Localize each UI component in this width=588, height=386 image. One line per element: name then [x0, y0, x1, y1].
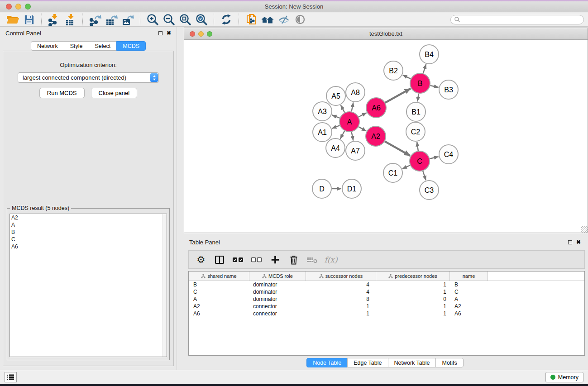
- result-scrollbar[interactable]: [163, 214, 167, 357]
- graph-node-label: A8: [351, 89, 360, 96]
- graph-edge-a-a4[interactable]: [340, 131, 344, 138]
- toolbar-separator: [239, 14, 239, 25]
- eye-icon: [294, 13, 306, 26]
- tab-style[interactable]: Style: [64, 41, 89, 51]
- deselect-all-button[interactable]: [251, 253, 263, 266]
- column-header-mcds-role[interactable]: MCDS role: [249, 272, 306, 281]
- table-header-row: shared nameMCDS rolesuccessor nodesprede…: [189, 272, 584, 281]
- show-columns-button[interactable]: [214, 253, 225, 266]
- save-floppy-icon: [23, 14, 35, 26]
- duplicate-network-button[interactable]: [243, 13, 259, 26]
- graph-edge-c-c1[interactable]: [402, 165, 410, 168]
- resize-grip[interactable]: [581, 226, 588, 233]
- graph-node-label: A: [347, 118, 352, 126]
- close-panel-button[interactable]: Close panel: [91, 88, 138, 98]
- tab-motifs[interactable]: Motifs: [435, 358, 463, 367]
- column-header-predecessor-nodes[interactable]: predecessor nodes: [376, 272, 450, 281]
- table-row-a6[interactable]: A6connector11A6: [189, 310, 584, 317]
- hide-selected-button[interactable]: [276, 13, 292, 26]
- result-item-b[interactable]: B: [10, 229, 167, 236]
- save-session-button[interactable]: [21, 13, 37, 26]
- graph-edge-a-a2[interactable]: [359, 127, 366, 131]
- result-item-a[interactable]: A: [10, 221, 167, 229]
- graph-edge-a-a7[interactable]: [352, 132, 354, 141]
- export-network-button[interactable]: [87, 13, 103, 26]
- tab-node-table[interactable]: Node Table: [306, 358, 348, 367]
- zoom-selected-button[interactable]: [193, 13, 210, 26]
- cell: 4: [306, 289, 376, 295]
- graph-edge-a-a3[interactable]: [332, 115, 339, 118]
- graph-edge-a-a8[interactable]: [352, 103, 354, 112]
- close-panel-icon[interactable]: ✖: [167, 30, 171, 36]
- first-neighbors-button[interactable]: [259, 13, 276, 26]
- tab-network[interactable]: Network: [31, 41, 64, 51]
- import-network-button[interactable]: [46, 13, 62, 26]
- apply-layout-button[interactable]: [218, 13, 234, 26]
- result-item-a2[interactable]: A2: [10, 214, 167, 221]
- toolbar-separator: [41, 14, 42, 25]
- graph-edge-a-a6[interactable]: [359, 113, 366, 117]
- graph-node-label: A3: [318, 108, 327, 115]
- export-image-button[interactable]: [120, 13, 136, 26]
- tab-edge-table[interactable]: Edge Table: [347, 358, 388, 367]
- cell: A2: [450, 303, 488, 310]
- cell: C: [189, 289, 249, 295]
- close-table-panel-icon[interactable]: ✖: [576, 239, 581, 245]
- cell: A6: [189, 310, 249, 317]
- table-row-c[interactable]: Cdominator41C: [189, 288, 584, 295]
- zoom-out-icon: [163, 13, 175, 26]
- import-table-icon: [64, 13, 76, 26]
- criterion-dropdown[interactable]: largest connected component (directed): [18, 72, 159, 83]
- graph-edge-b-b2[interactable]: [403, 75, 411, 79]
- graph-edge-c-c2[interactable]: [417, 142, 418, 151]
- attribute-icon: [388, 274, 393, 278]
- graph-edge-a-a1[interactable]: [332, 125, 339, 129]
- table-row-b[interactable]: Bdominator41B: [189, 281, 584, 288]
- zoom-fit-button[interactable]: [177, 13, 193, 26]
- add-column-button[interactable]: [269, 253, 281, 266]
- network-canvas[interactable]: B4B2BB3A8A5A6A3B1AC2A1A2A4A7C4CC1DD1C3: [184, 40, 588, 233]
- zoom-out-button[interactable]: [161, 13, 177, 26]
- graph-edge-a6-b[interactable]: [385, 89, 411, 103]
- column-header-shared-name[interactable]: shared name: [189, 272, 249, 281]
- table-row-a2[interactable]: A2connector11A2: [189, 303, 584, 310]
- cell: A6: [450, 310, 488, 317]
- float-table-panel-icon[interactable]: [568, 240, 572, 244]
- graph-edge-b-b4[interactable]: [423, 64, 426, 73]
- tab-network-table[interactable]: Network Table: [388, 358, 436, 367]
- column-header-name[interactable]: name: [450, 272, 488, 281]
- search-input[interactable]: [460, 16, 583, 23]
- column-header-successor-nodes[interactable]: successor nodes: [306, 272, 376, 281]
- table-body: Bdominator41BCdominator41CAdominator80AA…: [189, 281, 584, 317]
- tab-mcds[interactable]: MCDS: [116, 41, 146, 51]
- graph-edge-a2-c[interactable]: [385, 141, 410, 156]
- graph-edge-c-c4[interactable]: [430, 157, 438, 159]
- float-panel-icon[interactable]: [158, 31, 163, 35]
- graph-edge-a-a5[interactable]: [341, 105, 345, 112]
- graph-node-label: A5: [331, 92, 340, 100]
- delete-columns-button[interactable]: [288, 253, 300, 266]
- application-window: Session: New Session: [0, 0, 588, 386]
- zoom-in-button[interactable]: [144, 13, 161, 26]
- graph-edge-c-c3[interactable]: [423, 171, 426, 180]
- cell: 1: [376, 310, 450, 317]
- result-item-a6[interactable]: A6: [10, 243, 167, 250]
- graph-node-label: A2: [371, 133, 380, 140]
- show-all-button[interactable]: [292, 13, 308, 26]
- table-row-a[interactable]: Adominator80A: [189, 295, 584, 303]
- table-options-button[interactable]: ⚙: [195, 253, 207, 266]
- duplicate-network-icon: [245, 13, 258, 26]
- run-mcds-button[interactable]: Run MCDS: [39, 88, 85, 98]
- export-table-button[interactable]: [103, 13, 120, 26]
- show-panels-button[interactable]: [5, 372, 17, 382]
- result-item-c[interactable]: C: [10, 236, 167, 243]
- select-all-button[interactable]: [232, 253, 244, 266]
- tab-select[interactable]: Select: [89, 41, 117, 51]
- control-panel-header: Control Panel ✖: [0, 27, 177, 39]
- graph-edge-b-b3[interactable]: [430, 86, 438, 87]
- graph-edge-b-b1[interactable]: [417, 94, 418, 101]
- memory-button[interactable]: Memory: [545, 372, 583, 382]
- import-table-button[interactable]: [62, 13, 78, 26]
- open-session-button[interactable]: [5, 13, 21, 26]
- graph-node-label: D1: [347, 185, 357, 193]
